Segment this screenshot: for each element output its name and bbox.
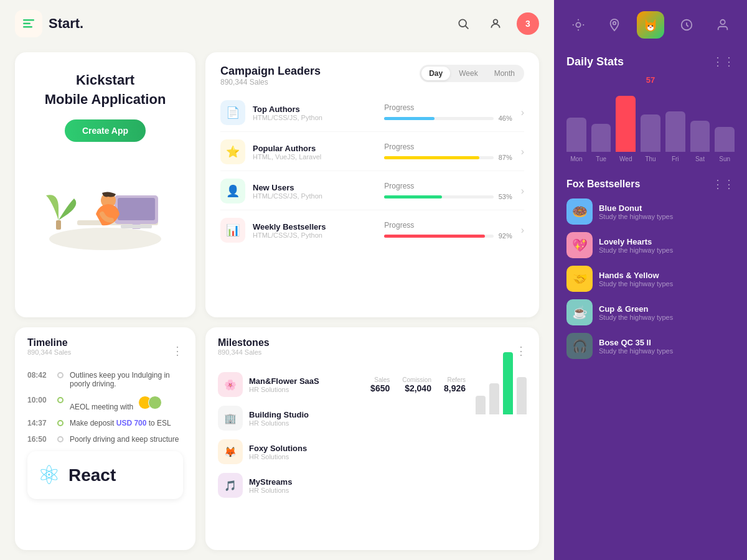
fox-title: Fox Bestsellers bbox=[566, 179, 640, 190]
panel-icon-3[interactable] bbox=[673, 11, 700, 39]
row-info: Top Authors HTML/CSS/JS, Python bbox=[253, 105, 384, 121]
ms-commission: Comission $2,040 bbox=[402, 376, 431, 393]
tl-time: 10:00 bbox=[27, 396, 51, 404]
progress-bar-bg bbox=[384, 117, 493, 120]
bestseller-item: 🤝 Hands & Yellow Study the highway types bbox=[566, 266, 735, 292]
progress-bar-bg bbox=[384, 235, 493, 238]
timeline-item: 16:50 Poorly driving and keep structure bbox=[27, 435, 183, 444]
progress-bar-fill bbox=[384, 117, 435, 120]
tl-dot bbox=[57, 436, 63, 442]
bar-label: Sat bbox=[695, 156, 705, 162]
ms-name: Foxy Solutions bbox=[249, 444, 466, 453]
bs-thumb: ☕ bbox=[566, 299, 593, 325]
bs-info: Hands & Yellow Study the highway types bbox=[599, 271, 735, 287]
row-name: New Users bbox=[253, 183, 384, 192]
svg-rect-0 bbox=[23, 19, 34, 21]
svg-point-21 bbox=[652, 25, 653, 26]
milestones-subtitle: 890,344 Sales bbox=[218, 348, 270, 356]
mini-bar bbox=[489, 383, 499, 414]
progress-label: Progress bbox=[384, 142, 515, 151]
tl-dot bbox=[57, 372, 63, 378]
bs-info: Lovely Hearts Study the highway types bbox=[599, 237, 735, 254]
progress-bar-fill bbox=[384, 235, 484, 238]
progress-bar-bg bbox=[384, 195, 493, 198]
bestseller-item: 🍩 Blue Donut Study the highway types bbox=[566, 198, 735, 225]
bs-name: Hands & Yellow bbox=[599, 271, 735, 280]
bs-name: Lovely Hearts bbox=[599, 237, 735, 246]
progress-bar-wrap: 92% bbox=[384, 232, 515, 240]
milestones-title: Milestones bbox=[218, 337, 270, 348]
bs-name: Cup & Green bbox=[599, 304, 735, 314]
bestseller-items: 🍩 Blue Donut Study the highway types 💖 L… bbox=[566, 198, 735, 359]
bs-info: Cup & Green Study the highway types bbox=[599, 304, 735, 321]
row-name: Top Authors bbox=[253, 105, 384, 114]
milestone-row: 🦊 Foxy Solutions HR Solutions bbox=[218, 439, 466, 464]
row-arrow[interactable]: › bbox=[521, 107, 524, 118]
create-app-button[interactable]: Create App bbox=[65, 119, 146, 142]
milestone-row: 🌸 Man&Flower SaaS HR Solutions Sales $65… bbox=[218, 372, 466, 397]
progress-bar-bg bbox=[384, 156, 493, 159]
ms-name: Man&Flower SaaS bbox=[249, 376, 364, 386]
progress-bar-fill bbox=[384, 156, 479, 159]
svg-rect-2 bbox=[23, 26, 32, 28]
campaign-title: Campaign Leaders bbox=[220, 65, 321, 78]
svg-point-15 bbox=[613, 22, 616, 25]
milestones-dots-menu[interactable]: ⋮ bbox=[515, 344, 527, 358]
panel-icon-4[interactable] bbox=[709, 11, 736, 39]
svg-point-6 bbox=[49, 228, 161, 250]
row-info: New Users HTML/CSS/JS, Python bbox=[253, 183, 384, 200]
campaign-rows: 📄 Top Authors HTML/CSS/JS, Python Progre… bbox=[220, 94, 524, 249]
timeline-item: 08:42 Outlines keep you Indulging in poo… bbox=[27, 371, 183, 388]
chart-peak-value: 57 bbox=[566, 75, 735, 85]
ms-icon: 🏢 bbox=[218, 406, 243, 431]
ms-sales: Sales $650 bbox=[370, 376, 390, 393]
row-sub: HTML/CSS/JS, Python bbox=[253, 231, 384, 239]
row-arrow[interactable]: › bbox=[521, 185, 524, 197]
ms-icon: 🎵 bbox=[218, 473, 243, 498]
campaign-row: 👤 New Users HTML/CSS/JS, Python Progress… bbox=[220, 172, 524, 210]
user-icon[interactable] bbox=[484, 12, 507, 35]
svg-rect-12 bbox=[56, 220, 61, 230]
campaign-row: ⭐ Popular Authors HTML, VueJS, Laravel P… bbox=[220, 133, 524, 171]
avatar-2 bbox=[148, 396, 162, 409]
svg-point-3 bbox=[459, 19, 466, 27]
main-area: Start. 3 Kickstart Mobile A bbox=[0, 0, 554, 560]
stats-dots-menu[interactable]: ⋮⋮ bbox=[712, 55, 735, 68]
row-info: Weekly Bestsellers HTML/CSS/JS, Python bbox=[253, 222, 384, 239]
milestone-row: 🎵 MyStreams HR Solutions bbox=[218, 473, 466, 498]
ms-sub: HR Solutions bbox=[249, 453, 466, 460]
panel-icon-fox[interactable] bbox=[637, 11, 664, 39]
timeline-title: Timeline bbox=[27, 337, 71, 348]
timeline-items: 08:42 Outlines keep you Indulging in poo… bbox=[27, 371, 183, 444]
bar-chart: Mon Tue Wed Thu Fri Sat Sun bbox=[566, 88, 735, 162]
panel-icon-1[interactable] bbox=[565, 11, 592, 39]
timeline-card: Timeline 890,344 Sales ⋮ 08:42 Outlines … bbox=[15, 327, 195, 550]
tab-month[interactable]: Month bbox=[487, 67, 522, 80]
bar-label: Fri bbox=[672, 156, 679, 162]
bs-name: Blue Donut bbox=[599, 203, 735, 213]
tab-week[interactable]: Week bbox=[451, 67, 485, 80]
tab-day[interactable]: Day bbox=[421, 67, 450, 80]
svg-point-5 bbox=[494, 19, 498, 24]
milestone-rows: 🌸 Man&Flower SaaS HR Solutions Sales $65… bbox=[218, 372, 466, 498]
notification-badge[interactable]: 3 bbox=[517, 12, 539, 35]
panel-icon-2[interactable] bbox=[601, 11, 628, 39]
daily-stats: Daily Stats ⋮⋮ 57 Mon Tue Wed Thu Fri Sa… bbox=[554, 45, 747, 177]
svg-point-24 bbox=[720, 20, 725, 24]
fox-dots-menu[interactable]: ⋮⋮ bbox=[712, 177, 735, 191]
timeline-dots-menu[interactable]: ⋮ bbox=[172, 344, 183, 358]
tl-text: Make deposit USD 700 to ESL bbox=[70, 419, 171, 427]
row-arrow[interactable]: › bbox=[521, 146, 524, 157]
search-icon[interactable] bbox=[452, 12, 474, 35]
progress-pct: 87% bbox=[499, 154, 516, 161]
tl-dot bbox=[57, 397, 63, 403]
tl-time: 08:42 bbox=[27, 371, 51, 380]
fox-bestsellers: Fox Bestsellers ⋮⋮ 🍩 Blue Donut Study th… bbox=[554, 177, 747, 560]
bar-label: Wed bbox=[619, 156, 632, 162]
ms-sub: HR Solutions bbox=[249, 487, 466, 494]
bs-sub: Study the highway types bbox=[599, 347, 735, 355]
row-arrow[interactable]: › bbox=[521, 225, 524, 236]
bar-wrap: Fri bbox=[665, 111, 685, 162]
campaign-row: 📄 Top Authors HTML/CSS/JS, Python Progre… bbox=[220, 94, 524, 132]
row-sub: HTML/CSS/JS, Python bbox=[253, 192, 384, 200]
